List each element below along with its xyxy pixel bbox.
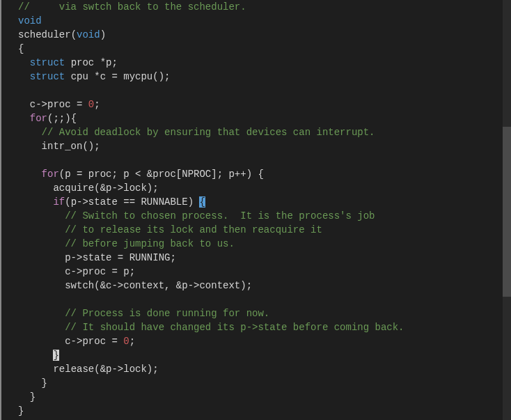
- stmt: swtch(&c->context, &p->context);: [65, 280, 252, 291]
- brace: }: [18, 405, 24, 417]
- for-head: (;;){: [47, 113, 77, 124]
- type: cpu: [65, 71, 94, 82]
- matched-brace-close: }: [53, 350, 58, 361]
- stmt: c->proc = p;: [65, 266, 135, 277]
- literal-zero: 0: [88, 99, 94, 110]
- comment-line: // Switch to chosen process. It is the p…: [65, 210, 375, 221]
- comment-line: // Avoid deadlock by ensuring that devic…: [42, 127, 375, 138]
- comment-line: // It should have changed its p->state b…: [65, 322, 404, 333]
- if-cond: (p->state == RUNNABLE): [65, 196, 199, 208]
- comment-line: // via swtch back to the scheduler.: [18, 1, 246, 13]
- decl: *p;: [100, 57, 118, 68]
- stmt: c->proc =: [30, 99, 88, 110]
- keyword-struct: struct: [30, 71, 65, 82]
- paren: (: [71, 29, 77, 40]
- literal-zero: 0: [123, 336, 129, 347]
- code-editor: // via swtch back to the scheduler. void…: [0, 0, 511, 420]
- stmt: c->proc =: [65, 336, 123, 347]
- stmt: intr_on();: [42, 141, 100, 152]
- comment-line: // before jumping back to us.: [65, 238, 235, 249]
- keyword-void: void: [18, 15, 42, 26]
- keyword-if: if: [53, 196, 65, 208]
- brace: {: [18, 43, 24, 54]
- comment-line: // Process is done running for now.: [65, 308, 269, 319]
- keyword-void: void: [77, 29, 100, 40]
- comment-line: // to release its lock and then reacquir…: [65, 224, 322, 235]
- decl: *c = mycpu();: [94, 71, 170, 82]
- semi: ;: [94, 99, 100, 110]
- scrollbar-thumb[interactable]: [503, 127, 511, 296]
- stmt: p->state = RUNNING;: [65, 252, 176, 263]
- keyword-struct: struct: [30, 57, 65, 68]
- func-name: scheduler: [18, 29, 71, 40]
- brace: }: [30, 391, 36, 403]
- stmt: release(&p->lock);: [53, 364, 158, 375]
- keyword-for: for: [42, 169, 59, 180]
- vertical-scrollbar[interactable]: [503, 0, 511, 420]
- semi: ;: [129, 336, 135, 347]
- brace: }: [42, 378, 47, 389]
- for-head: (p = proc; p < &proc[NPROC]; p++) {: [59, 169, 264, 180]
- keyword-for: for: [30, 113, 47, 124]
- stmt: acquire(&p->lock);: [53, 182, 158, 194]
- paren: ): [100, 29, 106, 40]
- type: proc: [65, 57, 100, 68]
- matched-brace-open: {: [199, 196, 205, 208]
